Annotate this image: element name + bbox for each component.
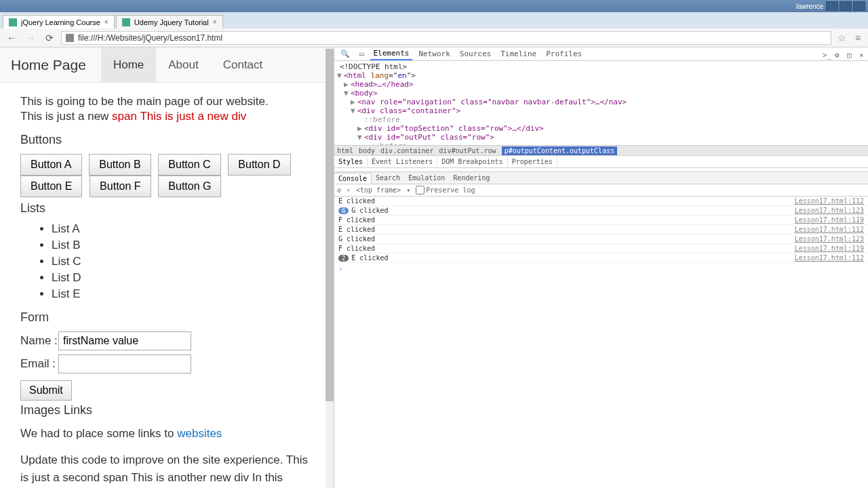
frame-select[interactable]: <top frame> (356, 186, 401, 194)
console-src[interactable]: Lesson17.html:119 (795, 216, 864, 224)
button-f[interactable]: Button F (90, 176, 151, 197)
console-row: F clickedLesson17.html:119 (334, 216, 868, 225)
console-src[interactable]: Lesson17.html:112 (795, 226, 864, 233)
list-item: List D (52, 271, 313, 285)
dom-line: <!DOCTYPE html> (337, 62, 865, 71)
tab-jquery-learning[interactable]: jQuery Learning Course × (3, 15, 115, 28)
device-icon[interactable]: ▭ (356, 48, 368, 60)
console-msg: E clicked (351, 254, 388, 262)
dom-txt: "> (407, 71, 416, 80)
button-b[interactable]: Button B (89, 154, 151, 176)
back-button[interactable]: ← (4, 30, 19, 45)
websites-link[interactable]: websites (177, 427, 222, 440)
forward-button[interactable]: → (23, 30, 38, 45)
nav-link-about[interactable]: About (156, 47, 210, 83)
inspect-icon[interactable]: 🔍 (337, 48, 353, 60)
dom-line: <nav role="navigation" class="navbar nav… (357, 98, 627, 106)
console-prompt[interactable]: › (334, 263, 868, 274)
subtab-styles[interactable]: Styles (334, 157, 368, 167)
bookmark-icon[interactable]: ☆ (835, 32, 848, 44)
console-src[interactable]: Lesson17.html:123 (795, 207, 864, 214)
crumb[interactable]: div#outPut.row (439, 147, 496, 155)
page-scrollbar[interactable] (326, 47, 334, 488)
console-msg: F clicked (338, 216, 375, 224)
dom-line: ::before (337, 142, 865, 145)
page-viewport: Home Page Home About Contact This is goi… (0, 47, 334, 488)
tab-timeline[interactable]: Timeline (497, 48, 540, 60)
reload-button[interactable]: ⟳ (42, 30, 57, 45)
drawer-tab-search[interactable]: Search (372, 173, 404, 183)
preserve-log-checkbox[interactable] (416, 186, 425, 195)
page-body: This is going to be the main page of our… (0, 83, 334, 488)
clear-console-icon[interactable]: ⊘ (337, 186, 341, 194)
tab-sources[interactable]: Sources (456, 48, 494, 60)
console-row: G clickedLesson17.html:123 (334, 235, 868, 244)
name-label: Name : (20, 334, 58, 348)
subtab-properties[interactable]: Properties (508, 157, 557, 167)
button-a[interactable]: Button A (20, 154, 82, 176)
button-c[interactable]: Button C (158, 154, 220, 176)
menu-icon[interactable]: ≡ (852, 32, 864, 44)
dom-line: <div id="topSection" class="row">…</div> (364, 124, 544, 133)
drawer-tab-console[interactable]: Console (334, 173, 372, 184)
console-row: E clickedLesson17.html:112 (334, 225, 868, 235)
url-text: file:///H:/Websites/jQuery/Lesson17.html (78, 33, 222, 43)
preserve-log-label: Preserve log (426, 186, 475, 194)
dom-line: <body> (351, 89, 378, 98)
tab-profiles[interactable]: Profiles (542, 48, 585, 60)
crumb[interactable]: html (337, 147, 353, 155)
scrollbar-thumb[interactable] (326, 49, 334, 401)
button-e[interactable]: Button E (20, 176, 82, 197)
console-src[interactable]: Lesson17.html:112 (795, 197, 864, 205)
tab-udemy[interactable]: Udemy Jquery Tutorial × (116, 15, 223, 28)
elements-tree[interactable]: <!DOCTYPE html> ▼<html lang="en"> ▶<head… (334, 61, 868, 145)
minimize-button[interactable] (826, 1, 838, 11)
page-favicon-icon (122, 18, 130, 26)
url-input[interactable]: file:///H:/Websites/jQuery/Lesson17.html (61, 31, 831, 45)
subtab-event-listeners[interactable]: Event Listeners (368, 157, 437, 167)
tab-title: jQuery Learning Course (21, 18, 100, 26)
console-src[interactable]: Lesson17.html:119 (795, 245, 864, 252)
intro-text-1: This is going to be the main page of our… (20, 95, 313, 108)
console-msg: E clicked (338, 226, 375, 233)
navbar-brand[interactable]: Home Page (11, 57, 86, 73)
filter-icon[interactable]: ▿ (347, 186, 351, 194)
close-devtools-icon[interactable]: × (856, 49, 865, 59)
intro-text-2: This is just a new span This is just a n… (20, 110, 313, 123)
dom-line: <div id="outPut" class="row"> (364, 133, 494, 142)
crumb-selected[interactable]: p#outputContent.outputClass (502, 146, 618, 155)
gear-icon[interactable]: ⚙ (831, 49, 841, 59)
console-msg: E clicked (338, 197, 375, 205)
button-g[interactable]: Button G (158, 176, 221, 197)
console-src[interactable]: Lesson17.html:112 (795, 254, 864, 262)
intro-text-2a: This is just a new (20, 110, 112, 123)
nav-link-contact[interactable]: Contact (211, 47, 275, 83)
console-output[interactable]: E clickedLesson17.html:112 6G clickedLes… (334, 197, 868, 488)
drawer-icon[interactable]: >_ (819, 49, 829, 59)
drawer-tab-emulation[interactable]: Emulation (404, 173, 449, 183)
tab-elements[interactable]: Elements (370, 47, 413, 60)
browser-tabs: jQuery Learning Course × Udemy Jquery Tu… (0, 12, 868, 28)
breadcrumb[interactable]: html body div.container div#outPut.row p… (334, 145, 868, 156)
list-item: List B (52, 239, 313, 252)
nav-link-home[interactable]: Home (101, 47, 156, 83)
subtab-dom-breakpoints[interactable]: DOM Breakpoints (437, 157, 507, 167)
crumb[interactable]: div.container (380, 147, 433, 155)
name-input[interactable] (58, 331, 191, 350)
dock-icon[interactable]: ◫ (844, 49, 853, 59)
email-input[interactable] (58, 354, 191, 373)
console-msg: F clicked (338, 245, 375, 252)
console-toolbar: ⊘ ▿ <top frame> ▾ Preserve log (334, 184, 868, 197)
close-window-button[interactable] (853, 1, 865, 11)
button-d[interactable]: Button D (228, 154, 290, 176)
form-heading: Form (20, 310, 313, 325)
tab-network[interactable]: Network (415, 48, 453, 60)
console-src[interactable]: Lesson17.html:123 (795, 235, 864, 243)
drawer-tab-rendering[interactable]: Rendering (449, 173, 494, 183)
crumb[interactable]: body (359, 147, 375, 155)
links-text-a: We had to place some links to (20, 427, 177, 440)
submit-button[interactable]: Submit (20, 380, 72, 401)
maximize-button[interactable] (840, 1, 852, 11)
close-tab-icon[interactable]: × (213, 18, 217, 26)
close-tab-icon[interactable]: × (104, 18, 108, 26)
